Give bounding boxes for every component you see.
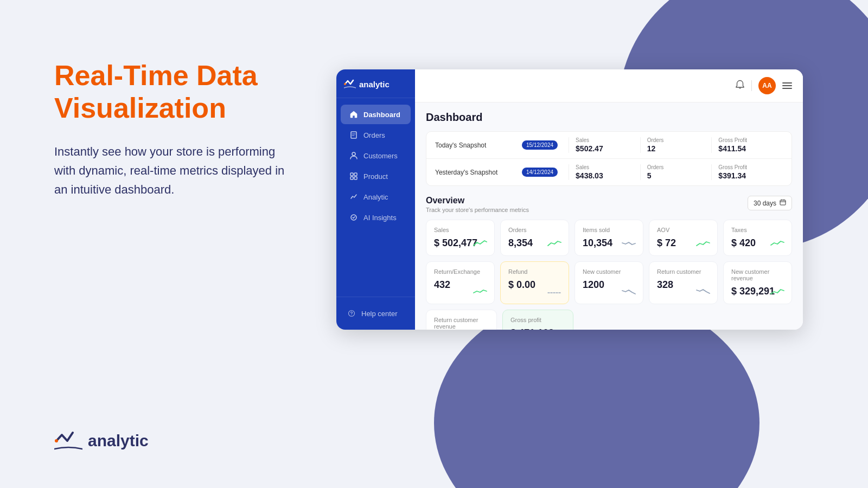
metric-card-sales: Sales $ 502,477 [426, 220, 495, 256]
sidebar: analytic Dashboard [336, 69, 415, 330]
sidebar-label-dashboard: Dashboard [363, 111, 400, 119]
product-icon [349, 172, 358, 181]
metric-card-orders: Orders 8,354 [500, 220, 569, 256]
topbar-divider [751, 80, 752, 91]
overview-filter[interactable]: 30 days [748, 196, 792, 210]
snapshot-row-today: Today's Snapshot 15/12/2024 Sales $502.4… [426, 132, 792, 159]
metrics-grid-row2: Return/Exchange 432 Refund $ 0.00 [426, 261, 792, 304]
sidebar-item-analytic[interactable]: Analytic [341, 187, 411, 207]
svg-rect-5 [354, 173, 357, 176]
sidebar-label-analytic: Analytic [363, 193, 388, 201]
trend-icon-return-customer [695, 287, 711, 298]
snapshot-today-col-1: Orders 12 [640, 137, 712, 153]
sidebar-item-customers[interactable]: Customers [341, 146, 411, 165]
snapshot-today-col-0: Sales $502.47 [569, 137, 640, 153]
trend-icon-return-exchange [473, 287, 488, 298]
trend-icon-new-customer [621, 287, 636, 298]
dashboard-window: analytic Dashboard [336, 69, 803, 330]
trend-icon-aov [695, 239, 711, 250]
sidebar-item-product[interactable]: Product [341, 166, 411, 186]
topbar-avatar[interactable]: AA [758, 77, 776, 94]
metric-sales-label: Sales [434, 227, 487, 233]
snapshot-today-col-1-label: Orders [647, 137, 705, 143]
metrics-grid-row3: Return customer revenue $ 173,186 Gross … [426, 310, 792, 330]
metric-orders-label: Orders [508, 227, 561, 233]
snapshot-yesterday-label: Yesterday's Snapshot [435, 169, 522, 176]
headline: Real-Time Data Visualization [54, 60, 315, 125]
sidebar-logo-text: analytic [359, 80, 390, 89]
snapshot-today-cols: Sales $502.47 Orders 12 Gross Profit $41… [569, 137, 783, 153]
sidebar-item-ai-insights[interactable]: AI Insights [341, 208, 411, 227]
snapshot-today-col-1-value: 12 [647, 144, 705, 153]
snapshot-today-label: Today's Snapshot [435, 142, 522, 149]
trend-icon-orders [547, 239, 562, 250]
metric-card-gross-profit: Gross profit $ 471,103 [502, 310, 573, 330]
ai-insights-icon [349, 213, 358, 222]
svg-point-1 [344, 83, 346, 85]
svg-point-3 [352, 152, 355, 156]
main-content: AA Dashboard Today's Snapshot 15/12/2024… [415, 69, 803, 330]
snapshot-today-col-0-label: Sales [576, 137, 634, 143]
metric-card-new-customer-revenue: New customer revenue $ 329,291 [723, 261, 792, 304]
trend-icon-sales [473, 239, 488, 250]
dashboard-title: Dashboard [426, 111, 792, 124]
left-content: Real-Time Data Visualization Instantly s… [54, 60, 315, 199]
snapshot-yesterday-col-0: Sales $438.03 [569, 164, 640, 180]
trend-icon-new-customer-revenue [770, 287, 785, 298]
metric-items-sold-label: Items sold [583, 227, 635, 233]
topbar: AA [415, 69, 803, 102]
metric-card-aov: AOV $ 72 [649, 220, 718, 256]
metric-card-return-customer: Return customer 328 [649, 261, 718, 304]
sidebar-label-help: Help center [361, 310, 397, 318]
metric-card-return-customer-revenue: Return customer revenue $ 173,186 [426, 310, 497, 330]
sidebar-label-ai-insights: AI Insights [363, 214, 397, 222]
snapshot-yesterday-badge: 14/12/2024 [522, 168, 558, 177]
sidebar-item-dashboard[interactable]: Dashboard [341, 105, 411, 124]
svg-rect-4 [350, 173, 353, 176]
subtext: Instantly see how your store is performi… [54, 142, 288, 200]
snapshot-today-col-2-value: $411.54 [718, 144, 776, 153]
snapshot-table: Today's Snapshot 15/12/2024 Sales $502.4… [426, 131, 792, 186]
sidebar-label-product: Product [363, 172, 388, 181]
calendar-icon [780, 199, 786, 207]
snapshot-row-yesterday: Yesterday's Snapshot 14/12/2024 Sales $4… [426, 159, 792, 185]
metrics-grid-row1: Sales $ 502,477 Orders 8,354 Items sold … [426, 220, 792, 256]
logo-icon-bottom [54, 431, 82, 451]
home-icon [349, 110, 358, 119]
sidebar-help-center[interactable]: Help center [345, 305, 406, 322]
metric-card-new-customer: New customer 1200 [575, 261, 643, 304]
overview-title-group: Overview Track your store's performance … [426, 196, 529, 213]
svg-rect-7 [354, 177, 357, 179]
snapshot-today-badge: 15/12/2024 [522, 140, 558, 150]
sidebar-label-orders: Orders [363, 131, 385, 139]
customers-icon [349, 151, 358, 160]
snapshot-yesterday-col-1: Orders 5 [640, 164, 712, 180]
trend-icon-refund [547, 288, 562, 298]
overview-header: Overview Track your store's performance … [426, 196, 792, 213]
snapshot-today-col-2: Gross Profit $411.54 [711, 137, 783, 153]
bottom-logo-text: analytic [88, 432, 149, 450]
sidebar-logo: analytic [336, 69, 415, 98]
sidebar-label-customers: Customers [363, 152, 398, 160]
metric-card-taxes: Taxes $ 420 [723, 220, 792, 256]
svg-point-10 [351, 314, 352, 315]
metric-aov-label: AOV [657, 227, 710, 233]
snapshot-yesterday-col-2: Gross Profit $391.34 [711, 164, 783, 180]
snapshot-yesterday-cols: Sales $438.03 Orders 5 Gross Profit $391… [569, 164, 783, 180]
overview-subtitle: Track your store's performance metrics [426, 207, 529, 213]
metric-taxes-label: Taxes [731, 227, 784, 233]
sidebar-nav: Dashboard Orders [336, 98, 415, 297]
dashboard-body: Dashboard Today's Snapshot 15/12/2024 Sa… [415, 102, 803, 330]
overview-title: Overview [426, 196, 529, 206]
svg-rect-2 [351, 132, 356, 138]
orders-icon [349, 131, 358, 139]
sidebar-footer[interactable]: Help center [336, 297, 415, 330]
metric-card-items-sold: Items sold 10,354 [575, 220, 643, 256]
sidebar-item-orders[interactable]: Orders [341, 125, 411, 145]
svg-point-0 [55, 439, 58, 442]
menu-icon[interactable] [782, 82, 792, 89]
notification-bell[interactable] [735, 80, 745, 92]
svg-rect-11 [780, 200, 786, 205]
snapshot-today-col-0-value: $502.47 [576, 144, 634, 153]
trend-icon-taxes [770, 239, 785, 250]
